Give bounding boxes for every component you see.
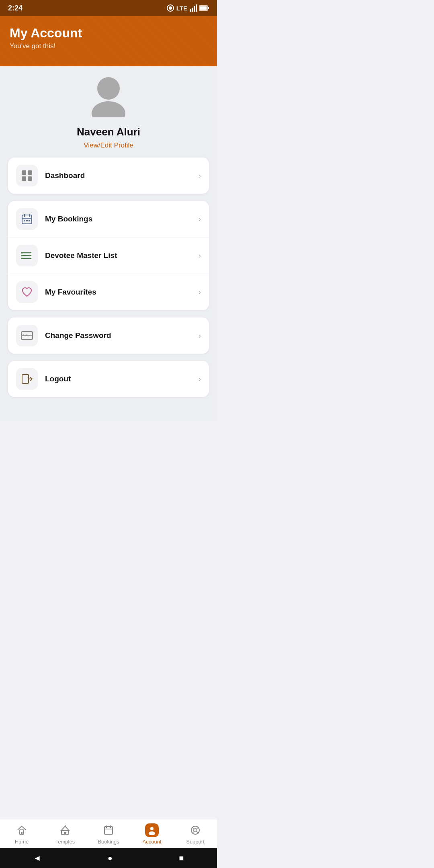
heart-icon xyxy=(21,286,33,298)
status-bar: 2:24 LTE xyxy=(0,0,217,16)
main-content: Naveen Aluri View/Edit Profile Dashboard… xyxy=(0,59,217,421)
user-name: Naveen Aluri xyxy=(77,126,140,138)
status-time: 2:24 xyxy=(8,4,23,12)
change-password-chevron: › xyxy=(199,332,201,340)
svg-point-26 xyxy=(21,255,23,256)
svg-rect-2 xyxy=(190,9,191,12)
svg-rect-21 xyxy=(29,220,30,221)
svg-rect-12 xyxy=(28,170,32,175)
dashboard-icon xyxy=(21,170,33,182)
svg-point-10 xyxy=(92,101,125,117)
svg-rect-5 xyxy=(196,4,197,12)
dashboard-label: Dashboard xyxy=(45,171,199,180)
my-favourites-chevron: › xyxy=(199,288,201,297)
avatar-icon xyxy=(86,73,131,117)
change-password-item[interactable]: *** Change Password › xyxy=(8,317,209,354)
my-favourites-label: My Favourites xyxy=(45,288,199,297)
my-favourites-icon-wrap xyxy=(16,281,38,303)
svg-rect-31 xyxy=(22,375,29,383)
password-icon: *** xyxy=(20,330,33,341)
my-bookings-chevron: › xyxy=(199,215,201,223)
dashboard-item[interactable]: Dashboard › xyxy=(8,158,209,194)
svg-rect-15 xyxy=(22,215,32,224)
page-title: My Account xyxy=(10,26,207,41)
devotee-master-item[interactable]: Devotee Master List › xyxy=(8,237,209,274)
bookings-group-card: My Bookings › Devotee Master List › xyxy=(8,201,209,310)
svg-rect-14 xyxy=(28,176,32,181)
change-password-icon-wrap: *** xyxy=(16,325,38,346)
svg-rect-11 xyxy=(22,170,26,175)
my-bookings-icon-wrap xyxy=(16,208,38,230)
avatar xyxy=(84,71,133,119)
profile-section: Naveen Aluri View/Edit Profile xyxy=(8,71,209,158)
svg-text:***: *** xyxy=(23,334,28,338)
logout-icon-wrap xyxy=(16,368,38,390)
svg-rect-13 xyxy=(22,176,26,181)
svg-rect-8 xyxy=(200,6,207,10)
change-password-label: Change Password xyxy=(45,331,199,340)
logout-icon xyxy=(21,373,33,385)
header: My Account You've got this! xyxy=(0,16,217,66)
dashboard-chevron: › xyxy=(199,172,201,180)
devotee-master-chevron: › xyxy=(199,252,201,260)
svg-rect-19 xyxy=(24,220,25,221)
svg-rect-4 xyxy=(194,6,195,12)
logout-chevron: › xyxy=(199,375,201,383)
my-bookings-item[interactable]: My Bookings › xyxy=(8,201,209,237)
devotee-master-label: Devotee Master List xyxy=(45,251,199,260)
dashboard-icon-wrap xyxy=(16,165,38,186)
bookings-icon xyxy=(21,213,33,225)
status-icons: LTE xyxy=(167,4,209,12)
logout-card: Logout › xyxy=(8,361,209,397)
my-favourites-item[interactable]: My Favourites › xyxy=(8,274,209,310)
svg-rect-3 xyxy=(192,8,193,12)
svg-point-9 xyxy=(97,77,120,100)
battery-icon xyxy=(199,5,209,11)
dashboard-card: Dashboard › xyxy=(8,158,209,194)
svg-point-1 xyxy=(169,6,172,10)
list-icon xyxy=(21,250,33,262)
signal-bars-icon xyxy=(190,4,197,12)
change-password-card: *** Change Password › xyxy=(8,317,209,354)
svg-rect-20 xyxy=(26,220,28,221)
my-bookings-label: My Bookings xyxy=(45,215,199,223)
lte-label: LTE xyxy=(176,5,187,12)
logout-label: Logout xyxy=(45,375,199,383)
edit-profile-link[interactable]: View/Edit Profile xyxy=(84,141,133,149)
page-subtitle: You've got this! xyxy=(10,42,207,50)
signal-circle-icon xyxy=(167,4,174,12)
logout-item[interactable]: Logout › xyxy=(8,361,209,397)
svg-point-27 xyxy=(21,258,23,259)
devotee-master-icon-wrap xyxy=(16,245,38,266)
svg-rect-7 xyxy=(208,7,209,9)
svg-point-25 xyxy=(21,252,23,254)
